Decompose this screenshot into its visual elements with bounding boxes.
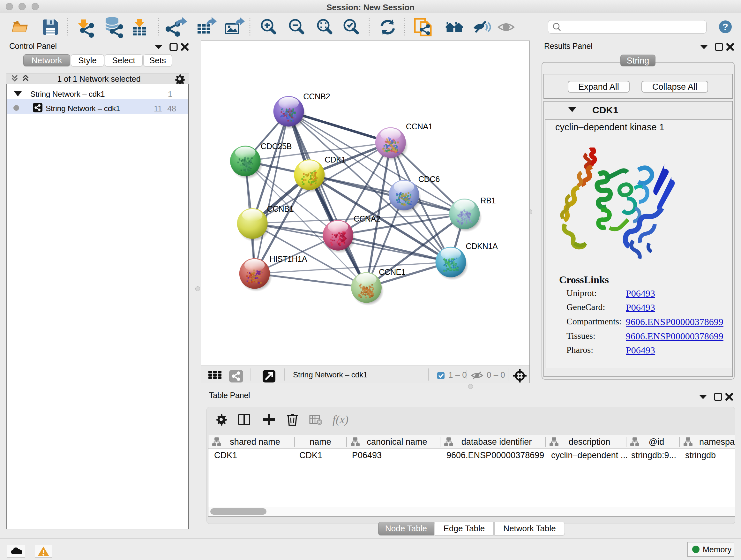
svg-text:CCNA1: CCNA1 [406, 122, 433, 131]
svg-text:1 – 0: 1 – 0 [448, 370, 467, 380]
svg-text:CDC6: CDC6 [418, 175, 440, 184]
svg-text:shared name: shared name [230, 437, 280, 447]
svg-text:0 – 0: 0 – 0 [487, 370, 505, 380]
svg-text:String Network – cdk1: String Network – cdk1 [293, 370, 367, 379]
svg-text:CDKN1A: CDKN1A [466, 242, 498, 251]
svg-text:f(x): f(x) [333, 413, 348, 426]
svg-text:CCNB1: CCNB1 [267, 204, 294, 213]
svg-text:canonical name: canonical name [367, 437, 427, 447]
svg-text:database identifier: database identifier [461, 437, 532, 447]
svg-text:CCNA2: CCNA2 [354, 214, 381, 223]
svg-text:HIST1H1A: HIST1H1A [270, 254, 307, 263]
svg-text:CDK1: CDK1 [325, 155, 346, 164]
svg-text:name: name [310, 437, 331, 447]
svg-text:namespace: namespace [699, 437, 735, 447]
svg-text:description: description [569, 437, 610, 447]
svg-text:@id: @id [649, 437, 664, 447]
svg-text:CCNB2: CCNB2 [303, 92, 330, 101]
svg-text:CDC25B: CDC25B [261, 142, 292, 151]
svg-text:CCNE1: CCNE1 [379, 267, 406, 276]
svg-text:RB1: RB1 [480, 196, 495, 205]
